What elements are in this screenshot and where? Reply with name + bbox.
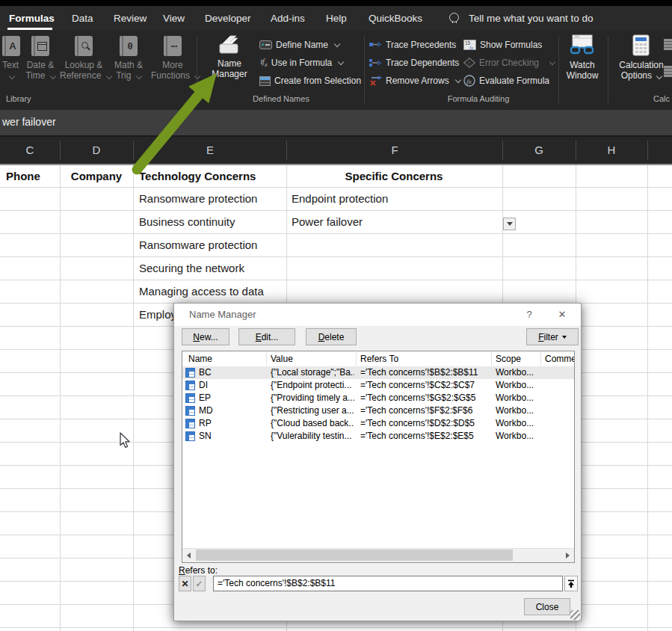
calculate-sheet-icon-clipped[interactable]	[664, 66, 672, 77]
column-header-e[interactable]: E	[206, 137, 214, 164]
lookup-reference-button[interactable]: Lookup &Reference	[60, 36, 108, 81]
tab-add-ins[interactable]: Add-ins	[271, 6, 305, 31]
cell-e2[interactable]: Ransomware protection	[139, 187, 257, 210]
column-header-c[interactable]: C	[26, 137, 34, 164]
tab-help[interactable]: Help	[326, 6, 347, 31]
cell-company-header[interactable]: Company	[71, 165, 122, 187]
watch-window-button[interactable]: WatchWindow	[566, 34, 599, 81]
name-row-sn[interactable]: SN {"Vulerability testin... ='Tech conce…	[182, 430, 574, 443]
chevron-down-icon	[549, 58, 555, 64]
cell-e5[interactable]: Securing the network	[139, 256, 244, 280]
scrollbar-thumb[interactable]	[196, 550, 513, 561]
cell-e7[interactable]: Employ	[139, 303, 176, 326]
close-icon[interactable]: ✕	[549, 304, 575, 326]
remove-arrows-button[interactable]: Remove Arrows	[369, 73, 460, 89]
dialog-title-bar[interactable]: Name Manager ? ✕	[174, 304, 581, 326]
column-header-d[interactable]: D	[93, 137, 101, 164]
cell-f3[interactable]: Power failover	[292, 210, 363, 233]
cell-tech-concerns-header[interactable]: Technology Concerns	[139, 165, 256, 187]
name-row-rp[interactable]: RP {"Cloud based back... ='Tech concerns…	[182, 417, 574, 430]
show-formulas-button[interactable]: 15fx Show Formulas	[463, 37, 542, 53]
math-trig-button[interactable]: θ Math &Trig	[109, 36, 148, 81]
name-row-md[interactable]: MD {"Restricting user a... ='Tech concer…	[182, 404, 574, 417]
tab-quickbooks[interactable]: QuickBooks	[369, 6, 422, 31]
resize-grip[interactable]	[570, 610, 580, 620]
watch-window-label: Watch	[570, 60, 595, 70]
svg-text:!: !	[468, 60, 470, 67]
column-header-g[interactable]: G	[534, 137, 543, 164]
horizontal-scrollbar[interactable]	[182, 548, 574, 562]
name-row-di[interactable]: DI {"Endpoint protecti... ='Tech concern…	[182, 379, 574, 392]
table-icon	[185, 381, 195, 390]
calculate-now-icon-clipped[interactable]	[664, 39, 672, 50]
refers-to-input[interactable]: ='Tech concerns'!$B$2:$B$11	[213, 576, 563, 591]
cell-e4[interactable]: Ransomware protection	[139, 233, 257, 256]
data-validation-dropdown-button[interactable]	[503, 218, 516, 230]
scroll-right-icon[interactable]	[561, 549, 574, 561]
col-comment[interactable]: Comment	[545, 351, 575, 366]
evaluate-formula-button[interactable]: fx Evaluate Formula	[463, 73, 549, 89]
define-name-button[interactable]: Define Name	[259, 37, 339, 53]
tell-me-box[interactable]: Tell me what you want to do	[469, 6, 594, 31]
col-value[interactable]: Value	[271, 351, 293, 366]
evaluate-formula-label: Evaluate Formula	[479, 76, 549, 86]
trace-dependents-button[interactable]: Trace Dependents	[369, 55, 459, 71]
create-from-selection-label: Create from Selection	[274, 76, 361, 86]
delete-button[interactable]: Delete	[306, 328, 357, 345]
trace-precedents-button[interactable]: Trace Precedents	[369, 37, 456, 53]
table-icon	[185, 431, 195, 441]
use-in-formula-button[interactable]: ℩fx Use in Formula	[259, 55, 343, 71]
date-time-button[interactable]: Date &Time	[22, 36, 58, 81]
create-from-selection-button[interactable]: Create from Selection	[259, 73, 361, 89]
lightbulb-icon	[449, 13, 459, 22]
col-scope[interactable]: Scope	[496, 351, 521, 366]
formula-bar[interactable]: wer failover	[0, 110, 672, 137]
scroll-left-icon[interactable]	[182, 549, 195, 561]
cell-e6[interactable]: Managing access to data	[139, 280, 264, 303]
trace-dependents-label: Trace Dependents	[386, 58, 459, 68]
chevron-down-icon	[454, 76, 460, 82]
remove-arrows-label: Remove Arrows	[386, 76, 449, 86]
cell-phone-header[interactable]: Phone	[6, 165, 40, 187]
tab-data[interactable]: Data	[72, 6, 93, 31]
filter-button[interactable]: Filter	[526, 328, 579, 345]
tab-developer[interactable]: Developer	[205, 6, 251, 31]
date-time-label: Date &	[27, 60, 55, 70]
cell-e3[interactable]: Business continuity	[139, 210, 235, 233]
col-name[interactable]: Name	[188, 351, 212, 366]
column-header-f[interactable]: F	[391, 137, 398, 164]
name-manager-button[interactable]: NameManager	[202, 34, 257, 79]
theta-book-icon: θ	[120, 36, 138, 56]
formula-bar-text: wer failover	[0, 116, 56, 128]
dialog-title: Name Manager	[189, 304, 256, 326]
column-header-h[interactable]: H	[608, 137, 616, 164]
collapse-dialog-button[interactable]	[564, 576, 578, 591]
more-functions-button[interactable]: ••• MoreFunctions	[151, 36, 194, 81]
names-list[interactable]: Name Value Refers To Scope Comment BC {"…	[182, 351, 575, 563]
confirm-edit-button[interactable]: ✓	[193, 576, 206, 591]
group-separator	[558, 36, 559, 103]
name-row-bc[interactable]: BC {"Local storage";"Ba... ='Tech concer…	[182, 366, 574, 379]
name-manager-dialog: Name Manager ? ✕ New... Edit... Delete F…	[173, 303, 582, 621]
watch-window-icon	[569, 34, 596, 57]
define-name-label: Define Name	[276, 40, 328, 50]
cell-specific-concerns-header[interactable]: Specific Concerns	[345, 165, 443, 187]
tab-review[interactable]: Review	[114, 6, 147, 31]
cell-f2[interactable]: Endpoint protection	[292, 187, 388, 210]
name-tag-icon	[259, 40, 272, 49]
text-function-button[interactable]: A Text	[2, 36, 19, 81]
help-icon[interactable]: ?	[517, 304, 542, 326]
edit-button[interactable]: Edit...	[238, 328, 295, 345]
cancel-edit-button[interactable]: ✕	[179, 576, 191, 591]
table-icon	[185, 368, 195, 378]
name-row-ep[interactable]: EP {"Providing timely a... ='Tech concer…	[182, 392, 574, 404]
error-checking-button[interactable]: ! Error Checking	[463, 55, 555, 71]
chevron-down-icon	[194, 73, 200, 79]
trace-dependents-icon	[369, 58, 382, 67]
card-file-icon	[217, 34, 242, 55]
col-refers[interactable]: Refers To	[360, 351, 398, 366]
new-button[interactable]: New...	[182, 328, 229, 345]
close-button[interactable]: Close	[524, 598, 570, 615]
tab-view[interactable]: View	[163, 6, 185, 31]
calculation-options-button[interactable]: CalculationOptions	[614, 34, 668, 81]
